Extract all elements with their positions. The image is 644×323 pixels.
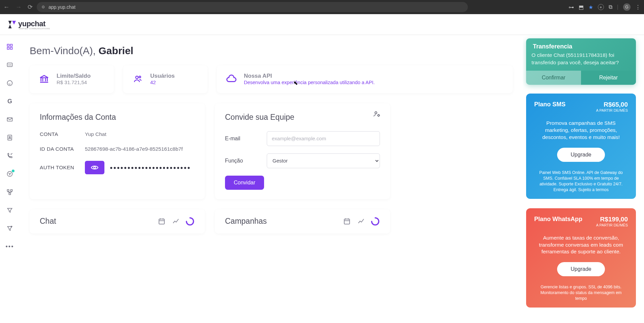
api-desc: Desenvolva uma experiência personalizada…	[244, 79, 375, 86]
svg-text:SMS: SMS	[8, 64, 12, 66]
value-id: 52867698-ac7b-4186-a7e9-8525161c8b7f	[85, 146, 183, 152]
plan-wa-upgrade-button[interactable]: Upgrade	[557, 262, 605, 276]
flow-icon	[6, 189, 13, 195]
svg-point-16	[94, 167, 96, 169]
transfer-toast: Transferencia O cliente Chat (5511911784…	[526, 38, 636, 85]
svg-rect-20	[344, 219, 350, 224]
url-bar[interactable]: ⚙ app.yup.chat	[37, 2, 468, 12]
panel-invite-team: Convide sua Equipe E-mail Função Gestor …	[215, 103, 390, 199]
nav-dashboard[interactable]	[6, 43, 13, 50]
panel-account-info: Informações da Conta CONTA Yup Chat ID D…	[30, 103, 205, 199]
back-icon[interactable]: ←	[3, 4, 9, 11]
plan-sms-upgrade-button[interactable]: Upgrade	[557, 148, 605, 162]
email-icon	[6, 116, 13, 123]
plan-sms-name: Plano SMS	[534, 101, 566, 108]
eye-icon	[91, 164, 99, 172]
plan-sms-foot: Painel Web SMS Online. API de Gateway do…	[534, 170, 628, 193]
reload-icon[interactable]: ⟳	[28, 3, 33, 11]
app-header: yupchat UNIFIED COMMUNICATIONS	[0, 14, 644, 35]
notification-dot	[12, 170, 14, 172]
svg-point-18	[378, 114, 380, 116]
trend-icon[interactable]	[356, 217, 366, 226]
welcome-heading: Bem-Vindo(A), Gabriel	[30, 45, 513, 57]
profile-avatar[interactable]: G	[623, 3, 631, 11]
card-balance[interactable]: Limite/Saldo R$ 31.721,54	[30, 65, 114, 93]
nav-calls[interactable]	[6, 152, 13, 159]
svg-point-14	[136, 76, 138, 79]
invite-button[interactable]: Convidar	[225, 176, 264, 190]
toast-reject-button[interactable]: Rejeitar	[581, 71, 636, 85]
loading-circle-icon[interactable]	[185, 217, 195, 226]
toast-body: O cliente Chat (5511911784318) foi trans…	[526, 51, 636, 71]
welcome-prefix: Bem-Vindo(A),	[30, 45, 99, 56]
nav-flow[interactable]	[6, 188, 13, 196]
plan-wa-name: Plano WhatsApp	[534, 216, 582, 223]
nav-whatsapp[interactable]	[6, 79, 13, 87]
label-token: AUTH TOKEN	[40, 165, 85, 171]
forward-icon[interactable]: →	[15, 4, 22, 11]
install-app-icon[interactable]: ⬒	[579, 4, 584, 10]
nav-google[interactable]: G	[6, 98, 13, 105]
cloud-icon	[225, 73, 238, 85]
label-id: ID DA CONTA	[40, 146, 85, 152]
toast-title: Transferencia	[526, 38, 636, 51]
nav-more[interactable]: •••	[6, 243, 13, 250]
plan-sms-desc: Promova campanhas de SMS marketing, ofer…	[534, 120, 628, 141]
panel-chat-stats: Chat	[30, 209, 205, 234]
plan-wa-price: R$199,00	[596, 216, 628, 223]
role-select[interactable]: Gestor	[267, 153, 380, 168]
nav-filter-remove[interactable]	[6, 225, 13, 232]
nav-filter[interactable]	[6, 207, 13, 214]
card-users[interactable]: Usuários 42	[123, 65, 207, 93]
kebab-menu-icon[interactable]: ⋮	[635, 4, 641, 10]
dashboard-icon	[6, 43, 13, 50]
svg-rect-19	[159, 219, 164, 224]
calendar-icon[interactable]	[157, 217, 166, 226]
invite-title: Convide sua Equipe	[225, 113, 380, 122]
nav-email[interactable]	[6, 116, 13, 123]
logo-subtitle: UNIFIED COMMUNICATIONS	[19, 28, 50, 30]
plan-sms-per: A PARTIR DE/MÊS	[596, 108, 628, 112]
account-title: Informações da Conta	[40, 113, 195, 122]
reveal-token-button[interactable]	[85, 161, 104, 174]
nav-yup[interactable]	[6, 170, 13, 178]
calendar-icon[interactable]	[342, 217, 352, 226]
svg-rect-2	[7, 47, 9, 49]
manage-team-icon[interactable]	[373, 110, 381, 119]
campaigns-title: Campanhas	[225, 217, 267, 226]
plan-sms-card: Plano SMS R$65,00 A PARTIR DE/MÊS Promov…	[526, 94, 636, 199]
new-tab-plus-icon[interactable]: +	[598, 4, 604, 10]
site-settings-icon: ⚙	[41, 5, 45, 9]
divider: |	[617, 4, 618, 10]
chat-title: Chat	[40, 217, 56, 226]
filter-icon	[6, 207, 13, 214]
svg-point-17	[375, 112, 377, 114]
card-api[interactable]: Nossa API Desenvolva uma experiência per…	[217, 65, 513, 93]
right-column: Transferencia O cliente Chat (5511911784…	[523, 35, 644, 323]
more-horizontal-icon: •••	[6, 243, 14, 250]
logo[interactable]: yupchat UNIFIED COMMUNICATIONS	[7, 20, 50, 30]
filter-x-icon	[6, 225, 13, 232]
extensions-icon[interactable]: ⧉	[609, 4, 612, 10]
trend-icon[interactable]	[171, 217, 181, 226]
toast-confirm-button[interactable]: Confirmar	[526, 71, 581, 85]
api-title: Nossa API	[244, 73, 375, 79]
role-label: Função	[225, 158, 267, 164]
password-key-icon[interactable]: ⊶	[569, 4, 574, 10]
phone-check-icon	[6, 152, 13, 159]
label-conta: CONTA	[40, 131, 85, 137]
svg-rect-11	[7, 190, 9, 191]
nav-contacts[interactable]	[6, 134, 13, 141]
svg-rect-3	[10, 47, 12, 49]
sidebar: SMS G •••	[0, 35, 20, 323]
value-conta: Yup Chat	[85, 131, 106, 137]
email-input[interactable]	[267, 131, 380, 146]
whatsapp-icon	[6, 80, 13, 86]
users-value: 42	[150, 79, 175, 85]
nav-sms[interactable]: SMS	[6, 61, 13, 69]
svg-point-15	[139, 76, 141, 78]
bookmark-star-icon[interactable]: ★	[588, 4, 593, 10]
loading-circle-icon[interactable]	[371, 217, 380, 226]
token-masked: ●●●●●●●●●●●●●●●●●●●●●●●	[110, 165, 191, 170]
panel-campaigns-stats: Campanhas	[215, 209, 390, 234]
